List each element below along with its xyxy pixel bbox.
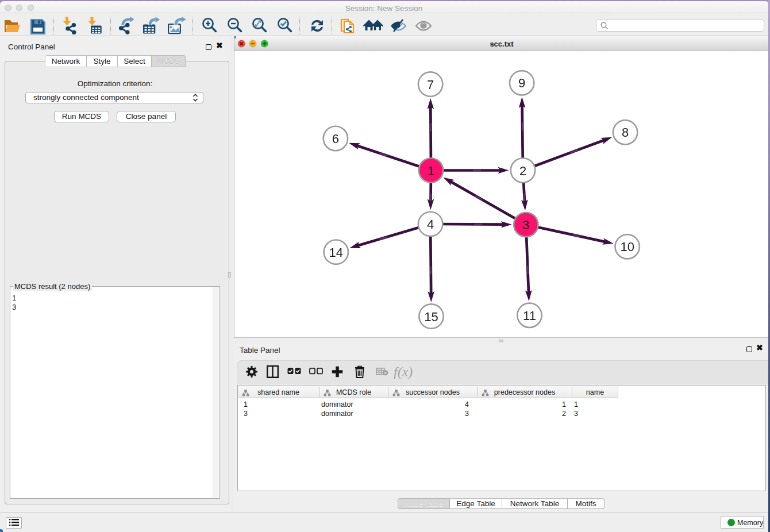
svg-text:9: 9 xyxy=(518,76,525,90)
svg-text:7: 7 xyxy=(427,78,434,92)
svg-text:3: 3 xyxy=(522,218,529,232)
svg-text:4: 4 xyxy=(427,217,434,232)
svg-text:15: 15 xyxy=(424,310,438,324)
svg-text:14: 14 xyxy=(329,245,343,260)
svg-text:10: 10 xyxy=(620,240,634,254)
svg-text:2: 2 xyxy=(519,164,526,178)
svg-text:6: 6 xyxy=(332,132,339,146)
svg-text:8: 8 xyxy=(622,125,629,140)
svg-text:1: 1 xyxy=(428,164,434,178)
svg-text:11: 11 xyxy=(523,309,536,323)
